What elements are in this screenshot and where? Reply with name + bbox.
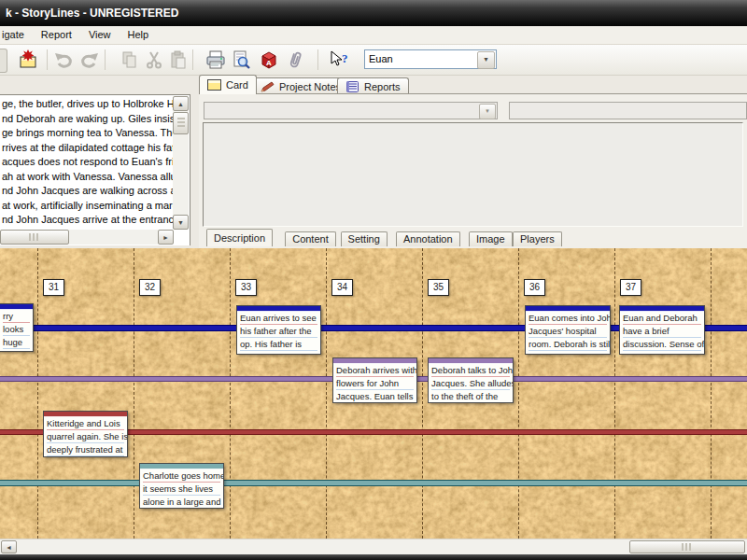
card-text: Deborah talks to JohnJacques. She allude… (429, 364, 513, 403)
card-text: Kitteridge and Loisquarrel again. She is… (44, 417, 127, 456)
card-text: rrylookshuge (0, 310, 33, 349)
cut-icon (144, 49, 164, 70)
context-help-button[interactable]: ? (326, 48, 350, 72)
card-line: Jacques. Euan tells (336, 390, 414, 403)
partial-toolbar-button[interactable] (0, 49, 7, 73)
field-tab-content[interactable]: Content (285, 231, 336, 246)
card-line: op. His father is (240, 338, 317, 351)
story-card[interactable]: rrylookshuge (0, 303, 34, 352)
synopsis-line: nd Deborah are waking up. Giles insists … (0, 113, 173, 128)
help-cursor-icon: ? (328, 49, 348, 70)
card-description-textarea[interactable] (203, 122, 743, 227)
menu-report[interactable]: Report (33, 26, 80, 44)
field-tab-description[interactable]: Description (206, 229, 273, 246)
copy-button[interactable] (118, 48, 142, 72)
column-number-label: 36 (524, 279, 545, 296)
card-line: Deborah arrives with (336, 364, 414, 377)
vscroll-thumb[interactable] (173, 112, 189, 134)
copy-icon (120, 49, 140, 70)
hscroll-thumb[interactable] (0, 230, 69, 245)
corkboard[interactable]: 31323334353637rrylookshugeEuan arrives t… (0, 248, 747, 539)
column-divider-line (134, 248, 134, 539)
window-title: k - StoryLines - UNREGISTERED (6, 7, 178, 20)
scroll-left-arrow[interactable]: ◄ (1, 540, 17, 553)
redo-button[interactable] (77, 48, 101, 72)
menu-igate[interactable]: igate (0, 26, 33, 44)
field-tab-annotation[interactable]: Annotation (396, 231, 460, 246)
tab-reports[interactable]: Reports (337, 77, 409, 94)
card-line: discussion. Sense of (623, 338, 701, 351)
story-card[interactable]: Euan comes into JohnJacques' hospitalroo… (525, 305, 611, 355)
column-number-label: 37 (620, 279, 641, 296)
card-line: Jacques. She alludes (431, 377, 510, 390)
scroll-right-arrow[interactable]: ► (158, 230, 174, 245)
story-card[interactable]: Deborah arrives withflowers for JohnJacq… (332, 357, 417, 403)
card-text: Charlotte goes home -it seems she livesa… (140, 469, 223, 509)
tab-card[interactable]: Card (199, 75, 257, 94)
story-card[interactable]: Euan arrives to seehis father after theo… (236, 305, 321, 355)
story-card[interactable]: Kitteridge and Loisquarrel again. She is… (43, 411, 128, 457)
synopsis-hscrollbar[interactable]: ► (0, 230, 174, 245)
synopsis-line: rrives at the dilapidated cottage his fa… (0, 142, 173, 157)
column-divider-line (326, 248, 327, 539)
menu-help[interactable]: Help (120, 26, 158, 44)
synopsis-vscrollbar[interactable]: ▲ ▼ (173, 96, 189, 230)
chevron-down-icon[interactable]: ▼ (479, 104, 496, 119)
card-text: Euan arrives to seehis father after theo… (237, 312, 320, 351)
scroll-down-arrow[interactable]: ▼ (173, 215, 189, 230)
paste-button[interactable] (166, 48, 190, 72)
print-button[interactable] (204, 48, 228, 72)
column-number-label: 31 (43, 279, 64, 296)
scroll-up-arrow[interactable]: ▲ (173, 96, 189, 111)
character-selector[interactable]: Euan ▼ (364, 49, 497, 69)
field-tab-setting[interactable]: Setting (341, 231, 388, 246)
field-tab-players[interactable]: Players (513, 231, 562, 246)
column-divider-line (518, 248, 519, 539)
reports-icon (345, 81, 359, 92)
story-card[interactable]: Charlotte goes home -it seems she livesa… (139, 463, 224, 509)
chevron-down-icon[interactable]: ▼ (477, 51, 495, 69)
card-line: quarrel again. She is (47, 430, 124, 443)
redo-icon (78, 49, 99, 70)
column-number-label: 34 (331, 279, 353, 296)
card-line: huge (3, 336, 30, 349)
character-selector-value: Euan (369, 53, 393, 64)
synopsis-line: ge brings morning tea to Vanessa. They (0, 127, 173, 142)
column-number-label: 33 (235, 279, 257, 296)
corkboard-hscrollbar[interactable]: ◄ (0, 539, 747, 554)
timeline-teal (0, 480, 747, 486)
field-tab-image[interactable]: Image (469, 231, 513, 246)
cut-button[interactable] (142, 48, 166, 72)
attachments-button[interactable] (283, 48, 307, 72)
paperclip-icon (285, 49, 305, 70)
corkboard-hscroll-thumb[interactable] (629, 540, 745, 553)
column-divider-line (37, 248, 38, 539)
svg-text:?: ? (342, 51, 348, 65)
spell-check-icon: A (259, 49, 279, 70)
synopsis-panel: ge, the butler, drives up to Holbroke Ho… (0, 94, 190, 245)
card-icon (207, 79, 221, 91)
card-secondary-field[interactable] (509, 102, 747, 119)
tab-project-notes[interactable]: Project Notes (252, 77, 349, 94)
undo-button[interactable] (52, 48, 77, 72)
story-card[interactable]: Euan and Deborahhave a briefdiscussion. … (619, 305, 705, 355)
print-preview-button[interactable] (229, 48, 253, 72)
card-text: Euan and Deborahhave a briefdiscussion. … (620, 312, 704, 351)
synopsis-textarea[interactable]: ge, the butler, drives up to Holbroke Ho… (0, 98, 173, 231)
card-title-combo[interactable]: ▼ (204, 102, 498, 119)
spell-check-button[interactable]: A (257, 48, 281, 72)
synopsis-line: ah at work with Vanessa. Vanessa alludes (0, 171, 173, 186)
column-divider-line (711, 248, 712, 539)
synopsis-line: ge, the butler, drives up to Holbroke Ho… (0, 98, 173, 113)
print-icon (205, 49, 226, 70)
card-line: his father after the (240, 325, 317, 338)
synopsis-line: nd John Jacques are walking across a fie (0, 185, 173, 200)
column-divider-line (422, 248, 423, 539)
new-card-button[interactable] (16, 48, 40, 72)
new-card-icon (18, 49, 38, 70)
card-line: Charlotte goes home - (143, 469, 220, 483)
toolbar: A ? Euan ▼ (0, 45, 747, 76)
menu-view[interactable]: View (80, 26, 120, 44)
title-bar[interactable]: k - StoryLines - UNREGISTERED (0, 0, 747, 26)
story-card[interactable]: Deborah talks to JohnJacques. She allude… (428, 357, 514, 403)
